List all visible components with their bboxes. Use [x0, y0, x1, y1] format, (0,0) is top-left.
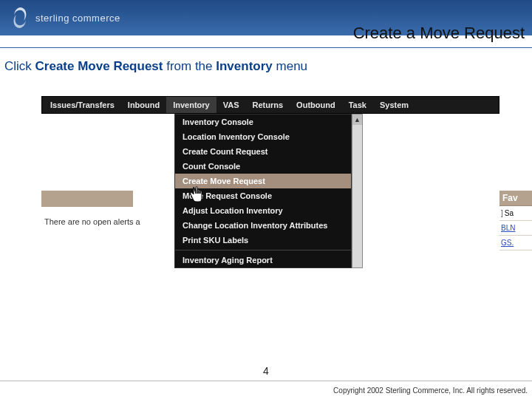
- menu-item-returns[interactable]: Returns: [246, 97, 290, 113]
- alerts-text: There are no open alerts a: [44, 217, 140, 226]
- menu-bar: Issues/TransfersInboundInventoryVASRetur…: [41, 96, 499, 114]
- menu-item-system[interactable]: System: [373, 97, 415, 113]
- row-text: Sa: [505, 209, 514, 217]
- dropdown-item-adjust-location-inventory[interactable]: Adjust Location Inventory: [175, 203, 351, 218]
- dropdown-item-move-request-console[interactable]: Move Request Console: [175, 188, 351, 203]
- dropdown-item-count-console[interactable]: Count Console: [175, 159, 351, 174]
- page-number: 4: [0, 365, 532, 377]
- menu-item-vas[interactable]: VAS: [216, 97, 246, 113]
- title-underline: [0, 47, 532, 48]
- section-strip: [41, 191, 133, 207]
- menu-item-issues-transfers[interactable]: Issues/Transfers: [44, 97, 121, 113]
- app-screenshot: Issues/TransfersInboundInventoryVASRetur…: [41, 96, 499, 114]
- menu-item-task[interactable]: Task: [342, 97, 373, 113]
- page-title: Create a Move Request: [353, 24, 525, 43]
- dropdown-item-create-move-request[interactable]: Create Move Request: [175, 174, 351, 188]
- copyright-text: Copyright 2002 Sterling Commerce, Inc. A…: [333, 386, 528, 395]
- brand-text: sterling commerce: [35, 13, 120, 24]
- dropdown-item-print-sku-labels[interactable]: Print SKU Labels: [175, 233, 351, 248]
- favorites-row: BLN: [499, 221, 532, 236]
- dropdown-item-change-location-inventory-attributes[interactable]: Change Location Inventory Attributes: [175, 218, 351, 233]
- dropdown-item-inventory-aging-report[interactable]: Inventory Aging Report: [175, 253, 351, 267]
- favorites-row: GS.: [499, 236, 532, 250]
- slide-header: sterling commerce Create a Move Request: [0, 0, 532, 49]
- menu-item-inventory[interactable]: Inventory: [166, 97, 216, 113]
- menu-item-outbound[interactable]: Outbound: [290, 97, 342, 113]
- row-link[interactable]: GS.: [501, 239, 514, 247]
- instruction-prefix: Click: [4, 59, 35, 73]
- row-link[interactable]: BLN: [501, 224, 515, 232]
- brand-logo: sterling commerce: [10, 6, 120, 30]
- instruction-bold2: Inventory: [216, 59, 273, 73]
- dropdown-item-location-inventory-console[interactable]: Location Inventory Console: [175, 129, 351, 144]
- scroll-track[interactable]: [352, 125, 362, 267]
- dropdown-item-create-count-request[interactable]: Create Count Request: [175, 144, 351, 159]
- instruction-mid: from the: [163, 59, 216, 73]
- row-bracket: ]: [501, 209, 503, 217]
- menu-item-inbound[interactable]: Inbound: [121, 97, 166, 113]
- inventory-dropdown-wrap: Inventory ConsoleLocation Inventory Cons…: [174, 114, 352, 268]
- instruction-suffix: menu: [273, 59, 307, 73]
- dropdown-item-inventory-console[interactable]: Inventory Console: [175, 115, 351, 129]
- instruction-bold1: Create Move Request: [35, 59, 163, 73]
- instruction-text: Click Create Move Request from the Inven…: [4, 59, 532, 74]
- favorites-header: Fav: [499, 191, 532, 206]
- footer-divider: [0, 381, 532, 381]
- scroll-up-icon[interactable]: ▲: [352, 115, 362, 125]
- favorites-row: ] Sa: [499, 206, 532, 221]
- dropdown-separator: [175, 250, 351, 250]
- inventory-dropdown: Inventory ConsoleLocation Inventory Cons…: [174, 114, 352, 268]
- swirl-icon: [10, 6, 30, 30]
- favorites-partial-panel: Fav ] Sa BLN GS.: [499, 191, 532, 250]
- dropdown-scrollbar[interactable]: ▲: [352, 114, 363, 268]
